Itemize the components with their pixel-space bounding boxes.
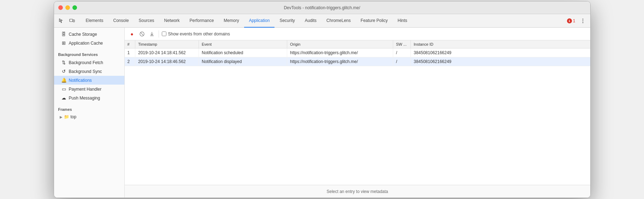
- tab-feature-policy[interactable]: Feature Policy: [356, 14, 393, 28]
- cell-sw-1: /: [393, 49, 411, 57]
- status-bar: Select an entry to view metadata: [125, 185, 590, 198]
- svg-line-6: [141, 33, 143, 35]
- tab-elements[interactable]: Elements: [81, 14, 108, 28]
- sidebar-item-frames-top[interactable]: ▶ 📁 top: [54, 113, 124, 121]
- show-other-domains-toggle[interactable]: Show events from other domains: [162, 32, 230, 36]
- sidebar-item-application-cache-label: Application Cache: [69, 41, 103, 46]
- sidebar-item-background-sync-label: Background Sync: [69, 69, 102, 74]
- content-area: ● Show events from o: [125, 28, 590, 198]
- frames-top-label: top: [71, 114, 77, 119]
- folder-icon: 📁: [64, 114, 69, 119]
- notifications-table-container: # Timestamp Event Origin SW ... Instance…: [125, 40, 590, 185]
- table-row[interactable]: 2 2019-10-24 14:18:46.562 Notification d…: [125, 57, 590, 66]
- col-header-instance: Instance ID: [411, 40, 590, 49]
- maximize-button[interactable]: [72, 5, 77, 10]
- inspect-icon[interactable]: [57, 16, 66, 25]
- devtools-tab-bar: Elements Console Sources Network Perform…: [54, 14, 590, 28]
- sidebar-item-notifications[interactable]: 🔔 Notifications: [54, 76, 124, 85]
- cell-origin-2: https://notification-triggers.glitch.me/: [287, 57, 393, 66]
- cell-num-1: 1: [125, 49, 135, 57]
- col-header-num: #: [125, 40, 135, 49]
- tab-console[interactable]: Console: [108, 14, 134, 28]
- tab-network[interactable]: Network: [159, 14, 185, 28]
- sidebar-item-background-fetch[interactable]: ⇅ Background Fetch: [54, 58, 124, 67]
- show-other-domains-label: Show events from other domains: [168, 32, 230, 36]
- save-button[interactable]: [148, 30, 156, 38]
- tab-memory[interactable]: Memory: [219, 14, 244, 28]
- sidebar-item-background-fetch-label: Background Fetch: [69, 60, 103, 65]
- tab-sources[interactable]: Sources: [134, 14, 159, 28]
- sidebar-item-payment-handler-label: Payment Handler: [69, 87, 102, 92]
- svg-point-3: [582, 20, 583, 21]
- cache-storage-icon: 🗄: [61, 32, 67, 37]
- device-toolbar-icon[interactable]: [67, 16, 77, 25]
- cell-timestamp-2: 2019-10-24 14:18:46.562: [135, 57, 199, 66]
- tab-performance[interactable]: Performance: [185, 14, 219, 28]
- col-header-sw: SW ...: [393, 40, 411, 49]
- table-row[interactable]: 1 2019-10-24 14:18:41.562 Notification s…: [125, 49, 590, 57]
- error-count-badge: 1: [567, 18, 572, 23]
- tab-icons: [57, 16, 77, 25]
- notifications-icon: 🔔: [61, 78, 67, 83]
- background-services-label: Background Services: [54, 50, 124, 58]
- background-sync-icon: ↺: [61, 69, 67, 74]
- sidebar: 🗄 Cache Storage ⊞ Application Cache Back…: [54, 28, 125, 198]
- svg-rect-0: [70, 19, 73, 22]
- sidebar-item-cache-storage[interactable]: 🗄 Cache Storage: [54, 30, 124, 39]
- tab-audits[interactable]: Audits: [300, 14, 321, 28]
- svg-point-2: [582, 18, 583, 19]
- application-cache-icon: ⊞: [61, 40, 67, 46]
- cell-sw-2: /: [393, 57, 411, 66]
- svg-rect-1: [73, 20, 75, 22]
- record-button[interactable]: ●: [128, 30, 136, 38]
- window-controls: [58, 5, 77, 10]
- toolbar-divider: [159, 30, 159, 38]
- tab-chromelens[interactable]: ChromeLens: [321, 14, 356, 28]
- sidebar-item-application-cache[interactable]: ⊞ Application Cache: [54, 39, 124, 47]
- window-title: DevTools - notification-triggers.glitch.…: [284, 5, 360, 10]
- minimize-button[interactable]: [65, 5, 70, 10]
- devtools-window: DevTools - notification-triggers.glitch.…: [54, 1, 591, 198]
- sidebar-item-notifications-label: Notifications: [69, 78, 92, 83]
- col-header-timestamp: Timestamp: [135, 40, 199, 49]
- titlebar: DevTools - notification-triggers.glitch.…: [54, 1, 590, 14]
- cell-instance-2: 3845081062166249: [411, 57, 590, 66]
- table-header-row: # Timestamp Event Origin SW ... Instance…: [125, 40, 590, 49]
- sidebar-item-payment-handler[interactable]: ▭ Payment Handler: [54, 85, 124, 93]
- sidebar-item-background-sync[interactable]: ↺ Background Sync: [54, 67, 124, 76]
- col-header-event: Event: [199, 40, 287, 49]
- svg-point-4: [582, 22, 583, 23]
- cell-timestamp-1: 2019-10-24 14:18:41.562: [135, 49, 199, 57]
- record-icon: ●: [130, 31, 133, 37]
- tab-security[interactable]: Security: [274, 14, 300, 28]
- main-layout: 🗄 Cache Storage ⊞ Application Cache Back…: [54, 28, 590, 198]
- error-badge[interactable]: 1 1: [567, 18, 575, 23]
- cell-event-1: Notification scheduled: [199, 49, 287, 57]
- show-other-domains-checkbox[interactable]: [162, 32, 166, 36]
- error-count-label: 1: [573, 18, 575, 23]
- sidebar-item-push-messaging[interactable]: ☁ Push Messaging: [54, 93, 124, 102]
- sidebar-item-cache-storage-label: Cache Storage: [69, 32, 97, 37]
- sidebar-item-push-messaging-label: Push Messaging: [69, 96, 100, 101]
- background-fetch-icon: ⇅: [61, 60, 67, 65]
- clear-button[interactable]: [138, 30, 146, 38]
- col-header-origin: Origin: [287, 40, 393, 49]
- tab-right-area: 1 1: [567, 16, 587, 25]
- cell-event-2: Notification displayed: [199, 57, 287, 66]
- tab-hints[interactable]: Hints: [393, 14, 412, 28]
- close-button[interactable]: [58, 5, 63, 10]
- tab-application[interactable]: Application: [244, 14, 275, 28]
- status-text: Select an entry to view metadata: [326, 189, 388, 194]
- more-options-icon[interactable]: [578, 16, 587, 25]
- arrow-icon: ▶: [60, 115, 63, 119]
- cell-num-2: 2: [125, 57, 135, 66]
- cell-origin-1: https://notification-triggers.glitch.me/: [287, 49, 393, 57]
- notifications-table: # Timestamp Event Origin SW ... Instance…: [125, 40, 590, 66]
- push-messaging-icon: ☁: [61, 95, 67, 101]
- notifications-toolbar: ● Show events from o: [125, 28, 590, 40]
- frames-label: Frames: [54, 104, 124, 113]
- cell-instance-1: 3845081062166249: [411, 49, 590, 57]
- payment-handler-icon: ▭: [61, 86, 67, 92]
